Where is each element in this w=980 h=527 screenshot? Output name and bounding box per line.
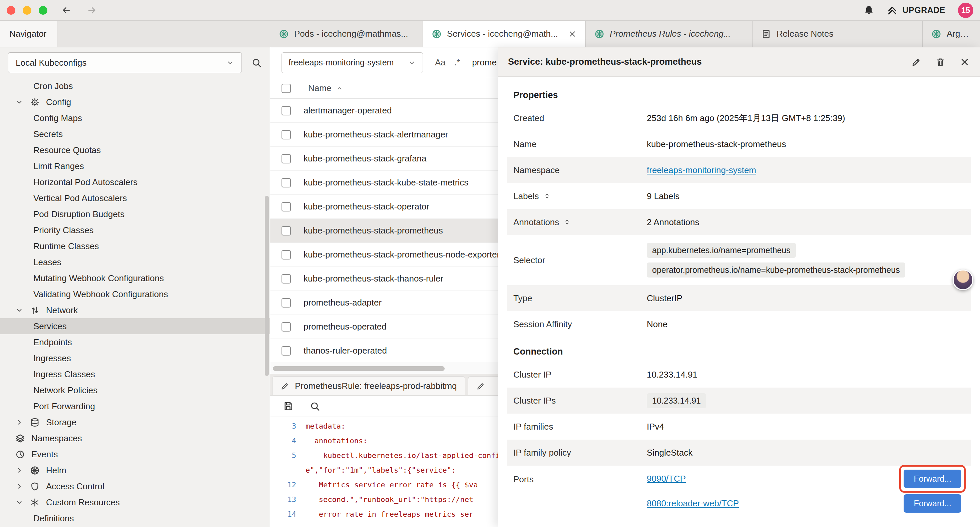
select-all-checkbox[interactable] bbox=[282, 84, 291, 93]
sidebar-item[interactable]: Services bbox=[0, 318, 270, 334]
expand-toggle-icon[interactable] bbox=[563, 218, 571, 226]
sidebar-item-label: Runtime Classes bbox=[33, 241, 99, 252]
namespace-link[interactable]: freeleaps-monitoring-system bbox=[647, 165, 756, 175]
chevron-down-icon[interactable] bbox=[15, 98, 30, 106]
sidebar-item[interactable]: Custom Resources bbox=[0, 494, 270, 510]
port-link[interactable]: 9090/TCP bbox=[647, 474, 686, 484]
line-text: second.","runbook_url":"https://net bbox=[305, 492, 473, 507]
sidebar-item[interactable]: Namespaces bbox=[0, 430, 270, 446]
forward-button[interactable]: Forward... bbox=[904, 470, 961, 488]
row-checkbox[interactable] bbox=[282, 178, 291, 188]
name-column-header[interactable]: Name bbox=[308, 83, 331, 93]
row-checkbox[interactable] bbox=[282, 226, 291, 236]
search-input[interactable]: Aa .* prome bbox=[435, 57, 497, 68]
kubernetes-icon bbox=[594, 29, 605, 39]
sidebar-item[interactable]: Helm bbox=[0, 462, 270, 478]
sidebar-item[interactable]: Runtime Classes bbox=[0, 238, 270, 254]
sidebar-item[interactable]: Ingresses bbox=[0, 350, 270, 366]
close-icon[interactable] bbox=[959, 57, 970, 67]
detail-label: Created bbox=[513, 113, 647, 123]
row-checkbox[interactable] bbox=[282, 154, 291, 164]
row-checkbox[interactable] bbox=[282, 130, 291, 139]
sidebar-item[interactable]: Validating Webhook Configurations bbox=[0, 286, 270, 302]
namespace-filter[interactable]: freeleaps-monitoring-system bbox=[282, 53, 423, 73]
row-checkbox[interactable] bbox=[282, 322, 291, 331]
sidebar-scrollbar-thumb[interactable] bbox=[265, 196, 269, 376]
tab-strip: Pods - icecheng@mathmas... Services - ic… bbox=[270, 21, 980, 47]
sidebar-item[interactable]: Leases bbox=[0, 254, 270, 270]
chevron-right-icon[interactable] bbox=[15, 418, 30, 426]
sidebar-item[interactable]: Horizontal Pod Autoscalers bbox=[0, 174, 270, 190]
match-case-toggle[interactable]: Aa bbox=[435, 57, 445, 68]
forward-button[interactable]: Forward... bbox=[904, 494, 961, 513]
close-icon[interactable] bbox=[568, 30, 577, 38]
sidebar-item[interactable]: Priority Classes bbox=[0, 222, 270, 238]
sidebar-item-label: Events bbox=[31, 449, 58, 460]
row-checkbox[interactable] bbox=[282, 274, 291, 283]
detail-label: Namespace bbox=[513, 165, 647, 175]
close-window-button[interactable] bbox=[7, 6, 15, 15]
sidebar-item[interactable]: Endpoints bbox=[0, 334, 270, 350]
row-checkbox[interactable] bbox=[282, 106, 291, 115]
chevron-down-icon[interactable] bbox=[15, 306, 30, 314]
sidebar-item[interactable]: Limit Ranges bbox=[0, 158, 270, 174]
tab[interactable]: Pods - icecheng@mathmas... bbox=[270, 21, 423, 47]
chevron-right-icon[interactable] bbox=[15, 482, 30, 490]
expand-toggle-icon[interactable] bbox=[543, 192, 551, 200]
row-checkbox[interactable] bbox=[282, 202, 291, 212]
tab[interactable]: Services - icecheng@math... bbox=[423, 21, 586, 47]
editor-tab[interactable]: PrometheusRule: freeleaps-prod-rabbitmq bbox=[272, 376, 465, 395]
zoom-window-button[interactable] bbox=[39, 6, 48, 15]
sidebar-item-label: Cron Jobs bbox=[33, 81, 73, 91]
delete-icon[interactable] bbox=[935, 57, 945, 67]
row-checkbox[interactable] bbox=[282, 346, 291, 355]
sidebar-item[interactable]: Config bbox=[0, 94, 270, 110]
sidebar-item[interactable]: Events bbox=[0, 446, 270, 462]
port-line: 9090/TCP Forward... bbox=[647, 466, 965, 491]
properties-rows: Created 253d 16h 6m ago (2025年1月13日 GMT+… bbox=[507, 105, 971, 337]
line-number: 12 bbox=[270, 478, 305, 492]
tab[interactable]: Argo Se bbox=[923, 21, 980, 47]
search-icon[interactable] bbox=[251, 57, 262, 68]
kubernetes-icon bbox=[931, 29, 941, 39]
regex-toggle[interactable]: .* bbox=[454, 57, 460, 68]
upgrade-button[interactable]: UPGRADE bbox=[887, 5, 945, 16]
sidebar-item[interactable]: Ingress Classes bbox=[0, 366, 270, 382]
sidebar-item-label: Secrets bbox=[33, 129, 63, 139]
app-window: UPGRADE 15 Navigator Pods - icecheng@mat… bbox=[0, 0, 980, 527]
port-link[interactable]: 8080:reloader-web/TCP bbox=[647, 498, 739, 509]
sidebar-item[interactable]: Config Maps bbox=[0, 110, 270, 126]
back-icon[interactable] bbox=[61, 5, 72, 15]
detail-row: Cluster IPs 10.233.14.91 bbox=[507, 388, 971, 414]
sidebar-item[interactable]: Secrets bbox=[0, 126, 270, 142]
sidebar-item[interactable]: Network Policies bbox=[0, 382, 270, 398]
sidebar-item[interactable]: Definitions bbox=[0, 510, 270, 526]
forward-icon[interactable] bbox=[87, 5, 97, 15]
chevron-right-icon[interactable] bbox=[15, 466, 30, 474]
sidebar-item[interactable]: Pod Disruption Budgets bbox=[0, 206, 270, 222]
horizontal-scrollbar-thumb[interactable] bbox=[273, 366, 445, 371]
tab-label: Prometheus Rules - icecheng... bbox=[610, 29, 731, 39]
tab[interactable]: Release Notes bbox=[752, 21, 923, 47]
sidebar-item[interactable]: Resource Quotas bbox=[0, 142, 270, 158]
sidebar-item[interactable]: Network bbox=[0, 302, 270, 318]
bell-icon[interactable] bbox=[864, 5, 874, 16]
minimize-window-button[interactable] bbox=[23, 6, 31, 15]
edit-icon[interactable] bbox=[911, 57, 921, 67]
notification-count-badge[interactable]: 15 bbox=[958, 3, 973, 18]
tab[interactable]: Prometheus Rules - icecheng... bbox=[586, 21, 752, 47]
upgrade-logo-icon bbox=[887, 5, 897, 16]
sidebar-item[interactable]: Cron Jobs bbox=[0, 78, 270, 94]
row-checkbox[interactable] bbox=[282, 250, 291, 260]
sidebar-item[interactable]: Mutating Webhook Configurations bbox=[0, 270, 270, 286]
chevron-down-icon[interactable] bbox=[15, 498, 30, 506]
sidebar-item[interactable]: Access Control bbox=[0, 478, 270, 494]
save-icon[interactable] bbox=[283, 401, 294, 412]
navigator-header-area: Navigator bbox=[0, 21, 270, 47]
row-checkbox[interactable] bbox=[282, 298, 291, 307]
search-icon[interactable] bbox=[310, 401, 320, 412]
kubeconfig-selector[interactable]: Local Kubeconfigs bbox=[8, 53, 242, 73]
sidebar-item[interactable]: Vertical Pod Autoscalers bbox=[0, 190, 270, 206]
sidebar-item[interactable]: Storage bbox=[0, 414, 270, 430]
sidebar-item[interactable]: Port Forwarding bbox=[0, 398, 270, 414]
